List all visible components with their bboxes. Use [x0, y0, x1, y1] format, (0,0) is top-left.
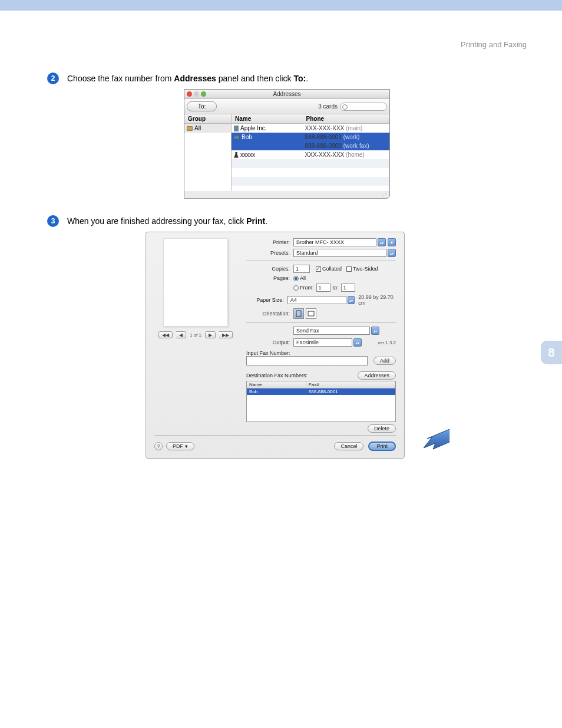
printer-select[interactable]: Brother MFC- XXXX [293, 238, 376, 246]
c: XXX-XXX-XXX [305, 125, 345, 131]
window-title: Addresses [273, 91, 300, 97]
group-all-label: All [194, 125, 201, 131]
step-3: 3 When you are finished addressing your … [47, 215, 527, 227]
v: A4 [290, 297, 297, 303]
table-row[interactable]: Bob 888-888-0001 (work) [232, 133, 389, 141]
input-fax-field[interactable] [246, 356, 368, 365]
tbl-fax-header: Fax# [306, 381, 395, 388]
close-icon[interactable] [187, 91, 192, 97]
pages-from-input[interactable]: 1 [316, 284, 330, 292]
output-stepper-icon[interactable]: ▴▾ [353, 338, 362, 347]
printer-stepper-icon[interactable]: ▴▾ [378, 238, 386, 246]
section-header: Printing and Faxing [47, 40, 527, 49]
presets-stepper-icon[interactable]: ▴▾ [388, 249, 396, 257]
table-row[interactable]: Apple Inc. XXX-XXX-XXX (main) [232, 124, 389, 133]
addresses-toolbar: To: 3 cards [184, 99, 389, 114]
minimize-icon[interactable] [194, 91, 199, 97]
copies-label: Copies: [246, 266, 293, 272]
twosided-label: Two-Sided [353, 266, 378, 272]
next-last-button[interactable]: ▶▶ [219, 331, 233, 338]
cancel-button[interactable]: Cancel [334, 442, 363, 450]
group-column: Group All [184, 114, 232, 191]
orientation-portrait-button[interactable] [293, 308, 304, 319]
output-label: Output: [246, 340, 293, 345]
pages-from-radio[interactable] [293, 285, 299, 291]
pages-to-input[interactable]: 1 [341, 284, 355, 292]
name-phone-column: Name Phone Apple Inc. XXX-XXX-XXX (main)… [232, 114, 389, 191]
table-row[interactable]: Bob 888-888-0001 [247, 388, 395, 395]
table-row [232, 159, 389, 168]
c: (work fax) [343, 143, 369, 149]
print-preview: ◀◀◀ 1 of 1 ▶▶▶ [154, 238, 237, 349]
svg-marker-2 [424, 429, 449, 449]
preview-page-index: 1 of 1 [190, 332, 201, 338]
c: 888-888-0001 [305, 134, 342, 140]
t: Choose the fax number from [67, 74, 174, 83]
printer-info-button[interactable]: ▾ [388, 238, 396, 246]
papersize-select[interactable]: A4 [287, 296, 346, 304]
figure-print-dialog: ◀◀◀ 1 of 1 ▶▶▶ Printer: Brother MFC- XXX… [47, 232, 527, 459]
dest-fax-table: Name Fax# Bob 888-888-0001 [246, 381, 396, 422]
step-2-text: Choose the fax number from Addresses pan… [67, 73, 308, 83]
table-row [232, 168, 389, 177]
print-dialog: ◀◀◀ 1 of 1 ▶▶▶ Printer: Brother MFC- XXX… [146, 232, 405, 459]
step-3-text: When you are finished addressing your fa… [67, 215, 267, 226]
t: Addresses [174, 74, 216, 83]
c: XXX-XXX-XXX [305, 151, 345, 158]
t: To: [293, 74, 306, 83]
c: Bob [242, 134, 252, 140]
step-3-badge: 3 [47, 215, 59, 227]
papersize-stepper-icon[interactable]: ▴▾ [348, 296, 355, 304]
pages-from-label: From: [300, 285, 314, 291]
table-row [232, 186, 389, 191]
search-input[interactable] [340, 103, 387, 111]
print-button[interactable]: Print [368, 442, 396, 451]
building-icon [234, 126, 239, 131]
presets-label: Presets: [246, 250, 293, 256]
copies-input[interactable]: 1 [293, 265, 310, 273]
prev-first-button[interactable]: ◀◀ [158, 331, 173, 338]
figure-addresses: Addresses To: 3 cards Group All [47, 89, 527, 199]
add-button[interactable]: Add [373, 357, 396, 365]
chapter-number: 8 [548, 346, 554, 360]
next-button[interactable]: ▶ [205, 331, 216, 338]
delete-button[interactable]: Delete [368, 424, 396, 433]
addresses-button[interactable]: Addresses [358, 371, 396, 380]
c: 888-888-0000 [305, 143, 342, 149]
pages-label: Pages: [246, 275, 293, 281]
table-row[interactable]: 888-888-0000 (work fax) [232, 141, 389, 150]
row-fax: 888-888-0001 [306, 388, 395, 395]
papersize-dim: 20.99 by 29.70 cm [358, 294, 396, 306]
c: (main) [346, 125, 362, 131]
dest-fax-label: Destination Fax Numbers: [246, 373, 308, 378]
c: xxxxx [240, 151, 255, 158]
folder-icon [187, 126, 193, 131]
row-name: Bob [247, 388, 306, 395]
t: panel and then click [216, 74, 294, 83]
pages-all-radio[interactable] [293, 276, 299, 281]
orientation-landscape-button[interactable] [306, 308, 316, 319]
output-select[interactable]: Facsimile [293, 338, 352, 347]
panel-stepper-icon[interactable]: ▴▾ [371, 327, 379, 335]
table-row[interactable]: xxxxx XXX-XXX-XXX (home) [232, 150, 389, 159]
papersize-label: Paper Size: [246, 297, 287, 303]
printer-label: Printer: [246, 239, 293, 245]
v: Send Fax [296, 328, 319, 334]
svg-rect-0 [296, 311, 301, 317]
group-header: Group [184, 114, 231, 124]
presets-select[interactable]: Standard [293, 249, 386, 257]
prev-button[interactable]: ◀ [176, 331, 186, 338]
step-2: 2 Choose the fax number from Addresses p… [47, 73, 527, 84]
page-body: Printing and Faxing 2 Choose the fax num… [0, 11, 562, 728]
orientation-label: Orientation: [246, 311, 293, 317]
help-button[interactable]: ? [154, 442, 163, 450]
collated-checkbox[interactable] [316, 266, 321, 272]
zoom-icon[interactable] [201, 91, 206, 97]
resize-grip[interactable]: ⋰ [184, 191, 389, 198]
group-all-row[interactable]: All [184, 124, 231, 133]
portrait-icon [296, 310, 302, 317]
panel-select[interactable]: Send Fax [293, 327, 370, 335]
to-tab[interactable]: To: [187, 101, 217, 111]
pdf-button[interactable]: PDF ▾ [166, 442, 194, 450]
twosided-checkbox[interactable] [346, 266, 352, 272]
